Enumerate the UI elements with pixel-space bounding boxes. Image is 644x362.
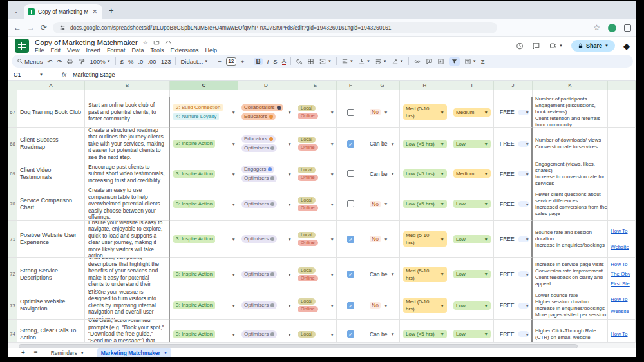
cell-description[interactable]: Encourage past clients to submit short v… [85, 160, 170, 187]
cell-marketing-stage[interactable]: 3: Inspire Action▼ [170, 291, 238, 320]
dropdown-arrow-icon[interactable]: ▼ [330, 237, 334, 242]
merge-cells-icon[interactable]: ▼ [319, 58, 332, 65]
cell-effort[interactable]: Medium▼ [450, 97, 494, 128]
dropdown-arrow-icon[interactable]: ▼ [440, 140, 444, 148]
site-info-icon[interactable] [59, 24, 66, 31]
cell-time-needed[interactable]: Med (5-10 hrs)▼ [400, 221, 450, 258]
cell[interactable] [238, 90, 294, 97]
column-header-partial[interactable] [608, 81, 636, 90]
cell-audience[interactable]: CollaboratorsEducators▼ [238, 97, 294, 128]
text-color-icon[interactable]: A [282, 58, 286, 65]
time-chip[interactable]: Med (5-10 hrs)▼ [403, 298, 447, 313]
resource-link[interactable]: How To [611, 296, 635, 302]
time-chip[interactable]: Low (<5 hrs)▼ [403, 140, 447, 148]
cell-cost[interactable]: FREE▼ [494, 128, 533, 160]
cell-description[interactable]: Create an easy to use comparison table t… [85, 187, 170, 221]
resource-link[interactable]: The Obv [611, 271, 635, 277]
column-header-F[interactable]: F [337, 81, 365, 90]
zoom-select[interactable]: 100% ▼ [90, 58, 110, 65]
column-header-A[interactable]: A [17, 81, 85, 90]
checkbox[interactable]: ✓ [347, 271, 354, 278]
checkbox[interactable] [347, 109, 354, 116]
cell-format[interactable]: Local▼ [294, 320, 337, 342]
dropdown-arrow-icon[interactable]: ▼ [440, 271, 444, 278]
row-number[interactable]: 74 [8, 320, 17, 342]
cell-cost[interactable]: FREE▼ [494, 97, 533, 128]
cell-marketing-stage[interactable]: 2: Build Connection4: Nurture Loyalty▼ [170, 97, 238, 128]
cell[interactable] [450, 90, 494, 97]
borders-icon[interactable] [307, 58, 314, 65]
menu-file[interactable]: File [35, 47, 44, 53]
cell-audience[interactable]: Optimisers▼ [238, 258, 294, 291]
column-header-E[interactable]: E [294, 81, 337, 90]
reload-icon[interactable]: ⟳ [41, 23, 47, 32]
cell-effort[interactable]: Medium▼ [450, 160, 494, 187]
cell-marketing-stage[interactable]: 3: Inspire Action▼ [170, 128, 238, 160]
dropdown-arrow-icon[interactable]: ▼ [440, 170, 444, 177]
cell-idea[interactable]: Optimise Website Navigation [17, 291, 85, 320]
row-number[interactable]: 71 [8, 221, 17, 258]
cell-audience[interactable]: EngagersOptimisers▼ [238, 160, 294, 187]
effort-chip[interactable]: Low▼ [453, 140, 491, 148]
dropdown-arrow-icon[interactable]: ▼ [440, 302, 444, 309]
cell[interactable] [17, 90, 85, 97]
bookmark-star-icon[interactable]: ☆ [593, 23, 600, 32]
resource-link[interactable]: First Ste [611, 281, 635, 287]
cell-idea[interactable]: Client Success Roadmap [17, 128, 85, 160]
dropdown-arrow-icon[interactable]: ▼ [288, 332, 292, 336]
dropdown-arrow-icon[interactable]: ▼ [440, 330, 444, 338]
tab-close-icon[interactable]: ✕ [91, 8, 99, 15]
dropdown-arrow-icon[interactable]: ▼ [390, 272, 394, 276]
dropdown-arrow-icon[interactable]: ▼ [526, 110, 529, 115]
back-icon[interactable]: ← [14, 23, 21, 32]
fill-color-icon[interactable] [296, 58, 303, 65]
menu-data[interactable]: Data [131, 47, 144, 53]
cell-format[interactable]: LocalOnline▼ [294, 258, 337, 291]
dropdown-arrow-icon[interactable]: ▼ [232, 110, 236, 115]
dropdown-arrow-icon[interactable]: ▼ [288, 171, 292, 176]
dropdown-arrow-icon[interactable]: ▼ [232, 332, 236, 336]
italic-icon[interactable]: I [267, 58, 269, 65]
dropdown-arrow-icon[interactable]: ▼ [390, 332, 394, 336]
dropdown-arrow-icon[interactable]: ▼ [484, 140, 488, 148]
dropdown-arrow-icon[interactable]: ▼ [484, 170, 488, 177]
effort-chip[interactable]: Low▼ [453, 270, 491, 278]
cell[interactable] [608, 90, 636, 97]
dropdown-arrow-icon[interactable]: ▼ [484, 302, 488, 309]
cell-audience[interactable]: Optimisers▼ [238, 291, 294, 320]
dropdown-arrow-icon[interactable]: ▼ [232, 272, 236, 276]
dropdown-arrow-icon[interactable]: ▼ [484, 109, 488, 116]
cell-checkbox[interactable]: ✓ [337, 128, 365, 160]
horizontal-scrollbar-thumb[interactable] [19, 344, 578, 348]
cell-checkbox[interactable]: ✓ [337, 291, 365, 320]
move-folder-icon[interactable] [153, 39, 160, 46]
dropdown-arrow-icon[interactable]: ▼ [232, 237, 236, 242]
paint-format-icon[interactable] [78, 58, 85, 65]
menu-help[interactable]: Help [205, 47, 217, 53]
checkbox[interactable]: ✓ [347, 140, 354, 148]
cell-diy[interactable]: No▼ [365, 97, 400, 128]
time-chip[interactable]: Low (<5 hrs)▼ [403, 200, 447, 208]
cell-time-needed[interactable]: Med (5-10 hrs)▼ [400, 97, 450, 128]
dropdown-arrow-icon[interactable]: ▼ [526, 303, 529, 308]
row-number[interactable]: 69 [8, 160, 17, 187]
cell-diy[interactable]: Can be▼ [365, 160, 400, 187]
version-history-icon[interactable] [515, 42, 524, 50]
menu-edit[interactable]: Edit [51, 47, 61, 53]
resource-link[interactable]: Website [611, 309, 635, 314]
cell-metrics[interactable]: Engagement (views, likes, shares)Increas… [533, 160, 608, 187]
dropdown-arrow-icon[interactable]: ▼ [440, 236, 444, 243]
menu-extensions[interactable]: Extensions [170, 47, 198, 53]
column-header-G[interactable]: G [365, 81, 400, 90]
cell-format[interactable]: LocalOnline▼ [294, 160, 337, 187]
cell-resources[interactable] [608, 187, 636, 221]
cell-resources[interactable]: How To [608, 320, 636, 342]
cell[interactable] [337, 90, 365, 97]
cell-diy[interactable]: Can be▼ [365, 258, 400, 291]
dropdown-arrow-icon[interactable]: ▼ [330, 142, 334, 146]
dropdown-arrow-icon[interactable]: ▼ [288, 272, 292, 276]
cell-effort[interactable]: Low▼ [450, 320, 494, 342]
undo-icon[interactable]: ↶ [48, 58, 53, 65]
vertical-align-icon[interactable]: ▼ [358, 58, 370, 65]
checkbox[interactable] [347, 200, 354, 207]
